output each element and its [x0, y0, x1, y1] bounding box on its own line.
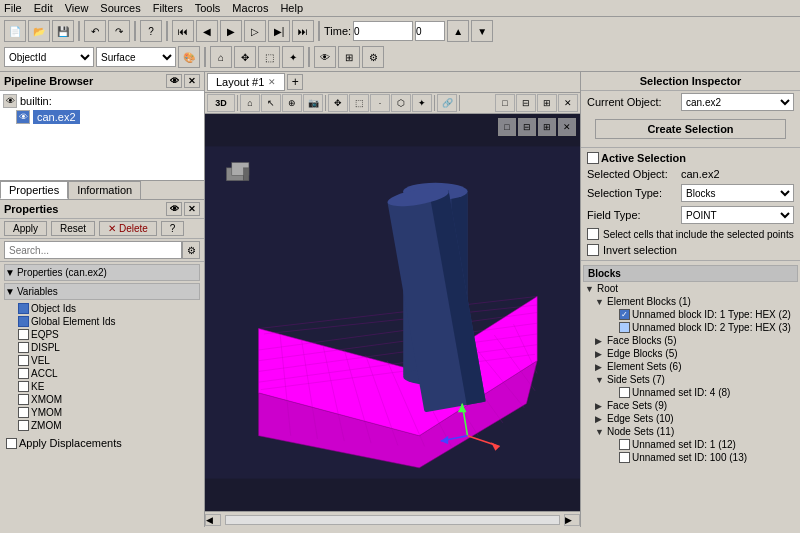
- vt-split-v[interactable]: ⊞: [537, 94, 557, 112]
- blocks-tree-item[interactable]: Unnamed block ID: 2 Type: HEX (3): [583, 321, 798, 334]
- pipeline-label-canex2[interactable]: can.ex2: [33, 110, 80, 124]
- tb-visibility-btn[interactable]: 👁: [314, 46, 336, 68]
- eye-icon-canex2[interactable]: 👁: [16, 110, 30, 124]
- blocks-tree-item[interactable]: ▶Element Sets (6): [583, 360, 798, 373]
- variable-checkbox[interactable]: [18, 381, 29, 392]
- tb-help-btn[interactable]: ?: [140, 20, 162, 42]
- tb-save-btn[interactable]: 💾: [52, 20, 74, 42]
- tb-reset-cam-btn[interactable]: ⌂: [210, 46, 232, 68]
- vt-screenshot[interactable]: 📷: [303, 94, 323, 112]
- expand-open-icon[interactable]: ▼: [595, 297, 605, 307]
- menu-sources[interactable]: Sources: [100, 2, 140, 14]
- vp-hscrollbar[interactable]: [225, 515, 560, 525]
- search-gear-btn[interactable]: ⚙: [182, 241, 200, 259]
- vt-interact[interactable]: ✥: [328, 94, 348, 112]
- active-sel-checkbox[interactable]: [587, 152, 599, 164]
- menu-macros[interactable]: Macros: [232, 2, 268, 14]
- blocks-tree-item[interactable]: ▶Face Blocks (5): [583, 334, 798, 347]
- tb-first-btn[interactable]: ⏮: [172, 20, 194, 42]
- expand-closed-icon[interactable]: ▶: [595, 362, 605, 372]
- apply-button[interactable]: Apply: [4, 221, 47, 236]
- blocks-tree-item[interactable]: ▼Root: [583, 282, 798, 295]
- time-input[interactable]: [353, 21, 413, 41]
- create-selection-button[interactable]: Create Selection: [595, 119, 786, 139]
- tb-open-btn[interactable]: 📂: [28, 20, 50, 42]
- eye-icon-builtin[interactable]: 👁: [3, 94, 17, 108]
- menu-filters[interactable]: Filters: [153, 2, 183, 14]
- expand-closed-icon[interactable]: ▶: [595, 336, 605, 346]
- block-checkbox[interactable]: [619, 387, 630, 398]
- field-type-select[interactable]: POINT: [681, 206, 794, 224]
- tb-time-dn[interactable]: ▼: [471, 20, 493, 42]
- variable-checkbox[interactable]: [18, 407, 29, 418]
- blocks-tree-item[interactable]: ▶Edge Sets (10): [583, 412, 798, 425]
- block-checkbox[interactable]: [619, 452, 630, 463]
- block-checkbox[interactable]: [619, 322, 630, 333]
- vt-maximize[interactable]: □: [495, 94, 515, 112]
- tab-properties[interactable]: Properties: [0, 181, 68, 199]
- blocks-tree-item[interactable]: Unnamed set ID: 100 (13): [583, 451, 798, 464]
- menu-help[interactable]: Help: [280, 2, 303, 14]
- layout-tab[interactable]: Layout #1 ✕: [207, 73, 285, 91]
- variable-checkbox[interactable]: [18, 368, 29, 379]
- menu-view[interactable]: View: [65, 2, 89, 14]
- tb-pick-btn[interactable]: ✦: [282, 46, 304, 68]
- vp-split-v-btn[interactable]: ⊞: [538, 118, 556, 136]
- vp-close-btn[interactable]: ✕: [558, 118, 576, 136]
- delete-button[interactable]: ✕ Delete: [99, 221, 157, 236]
- add-layout-btn[interactable]: +: [287, 74, 303, 90]
- blocks-tree-item[interactable]: Unnamed set ID: 4 (8): [583, 386, 798, 399]
- menu-tools[interactable]: Tools: [195, 2, 221, 14]
- props-eye-btn[interactable]: 👁: [166, 202, 182, 216]
- tb-playr-btn[interactable]: ▷: [244, 20, 266, 42]
- pipeline-close-btn[interactable]: ✕: [184, 74, 200, 88]
- vp-scroll-left[interactable]: ◀: [205, 514, 221, 526]
- tb-redo-btn[interactable]: ↷: [108, 20, 130, 42]
- tb-color-btn[interactable]: 🎨: [178, 46, 200, 68]
- menu-edit[interactable]: Edit: [34, 2, 53, 14]
- blocks-tree-item[interactable]: ▶Face Sets (9): [583, 399, 798, 412]
- tb-last-btn[interactable]: ⏭: [292, 20, 314, 42]
- tb-time-up[interactable]: ▲: [447, 20, 469, 42]
- vt-select-poly[interactable]: ⬡: [391, 94, 411, 112]
- vt-select-pts[interactable]: ·: [370, 94, 390, 112]
- blocks-tree-item[interactable]: ▼Element Blocks (1): [583, 295, 798, 308]
- selection-type-select[interactable]: Blocks: [681, 184, 794, 202]
- vp-maximize-btn[interactable]: □: [498, 118, 516, 136]
- pipeline-item-canex2[interactable]: 👁 can.ex2: [2, 109, 202, 125]
- pipeline-eye-btn[interactable]: 👁: [166, 74, 182, 88]
- variable-checkbox[interactable]: [18, 316, 29, 327]
- viewport-3d[interactable]: □ ⊟ ⊞ ✕: [205, 114, 580, 511]
- vp-scroll-right[interactable]: ▶: [564, 514, 580, 526]
- tb-next-btn[interactable]: ▶|: [268, 20, 290, 42]
- expand-open-icon[interactable]: ▼: [595, 427, 605, 437]
- blocks-tree-item[interactable]: ✓Unnamed block ID: 1 Type: HEX (2): [583, 308, 798, 321]
- variable-checkbox[interactable]: [18, 329, 29, 340]
- variable-checkbox[interactable]: [18, 342, 29, 353]
- tb-new-btn[interactable]: 📄: [4, 20, 26, 42]
- variable-checkbox[interactable]: [18, 355, 29, 366]
- help-button[interactable]: ?: [161, 221, 185, 236]
- expand-closed-icon[interactable]: ▶: [595, 349, 605, 359]
- vt-axes[interactable]: ⊕: [282, 94, 302, 112]
- tb-interact-btn[interactable]: ✥: [234, 46, 256, 68]
- reset-button[interactable]: Reset: [51, 221, 95, 236]
- blocks-tree-item[interactable]: ▼Side Sets (7): [583, 373, 798, 386]
- expand-open-icon[interactable]: ▼: [595, 375, 605, 385]
- select-cells-checkbox[interactable]: [587, 228, 599, 240]
- tb-play-btn[interactable]: ▶: [220, 20, 242, 42]
- vt-cam-reset[interactable]: ⌂: [240, 94, 260, 112]
- blocks-tree-item[interactable]: ▶Edge Blocks (5): [583, 347, 798, 360]
- vt-pick[interactable]: ✦: [412, 94, 432, 112]
- invert-checkbox[interactable]: [587, 244, 599, 256]
- blocks-tree-item[interactable]: Unnamed set ID: 1 (12): [583, 438, 798, 451]
- variable-checkbox[interactable]: [18, 394, 29, 405]
- expand-open-icon[interactable]: ▼: [585, 284, 595, 294]
- layout-tab-close-icon[interactable]: ✕: [268, 77, 276, 87]
- current-object-select[interactable]: can.ex2: [681, 93, 794, 111]
- variable-checkbox[interactable]: [18, 420, 29, 431]
- vt-close[interactable]: ✕: [558, 94, 578, 112]
- vt-orient[interactable]: ↖: [261, 94, 281, 112]
- apply-disp-checkbox[interactable]: [6, 438, 17, 449]
- vt-3d-btn[interactable]: 3D: [207, 94, 235, 112]
